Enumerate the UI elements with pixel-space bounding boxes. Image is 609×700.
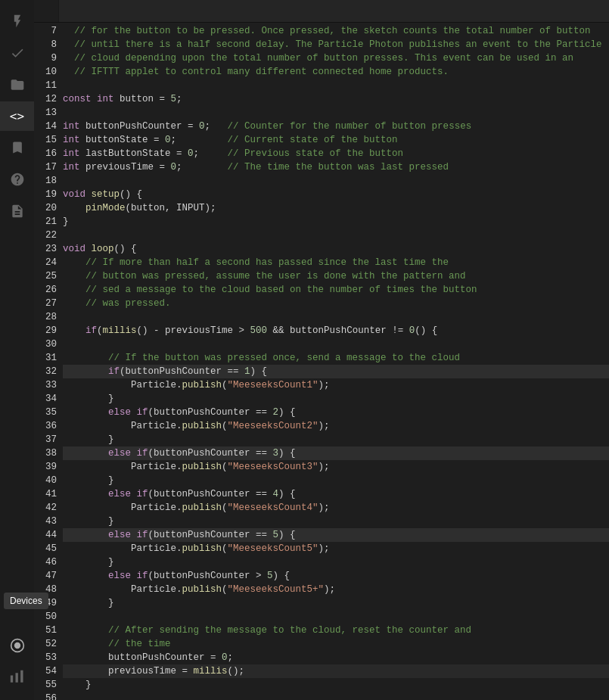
code-line[interactable]: else if(buttonPushCounter == 3) {	[63, 446, 609, 460]
tab-meeseeksbox[interactable]	[34, 0, 59, 22]
sidebar-item-help[interactable]	[0, 164, 34, 194]
bar-chart-icon	[10, 670, 25, 685]
code-line[interactable]: }	[63, 474, 609, 487]
code-line[interactable]: else if(buttonPushCounter == 4) {	[63, 487, 609, 501]
line-number: 50	[34, 610, 57, 624]
line-number: 10	[34, 65, 57, 79]
line-number: 28	[34, 310, 57, 324]
code-line[interactable]	[63, 338, 609, 351]
folder-icon	[10, 77, 25, 92]
main-editor: 7891011121314151617181920212223242526272…	[34, 23, 609, 700]
code-line[interactable]: void loop() {	[63, 242, 609, 256]
line-number: 37	[34, 433, 57, 446]
code-line[interactable]: Particle.publish("MeeseeksCount1");	[63, 378, 609, 392]
code-line[interactable]: Particle.publish("MeeseeksCount2");	[63, 419, 609, 433]
line-number: 24	[34, 256, 57, 269]
line-number: 46	[34, 555, 57, 569]
line-number: 41	[34, 487, 57, 501]
code-line[interactable]: }	[63, 215, 609, 229]
code-line[interactable]	[63, 229, 609, 242]
code-line[interactable]: int buttonState = 0; // Current state of…	[63, 133, 609, 147]
line-number: 47	[34, 569, 57, 583]
code-line[interactable]: int buttonPushCounter = 0; // Counter fo…	[63, 120, 609, 133]
code-line[interactable]: else if(buttonPushCounter > 5) {	[63, 569, 609, 583]
code-line[interactable]: // the time	[63, 637, 609, 651]
line-number: 35	[34, 406, 57, 419]
code-line[interactable]	[63, 174, 609, 188]
code-line[interactable]: // for the button to be pressed. Once pr…	[63, 24, 609, 38]
code-line[interactable]: }	[63, 596, 609, 610]
code-line[interactable]: buttonPushCounter = 0;	[63, 651, 609, 664]
file-icon	[10, 204, 25, 219]
code-line[interactable]: // If the button was pressed once, send …	[63, 351, 609, 365]
code-line[interactable]: }	[63, 433, 609, 446]
line-number: 53	[34, 651, 57, 664]
line-number: 19	[34, 188, 57, 201]
code-line[interactable]: // was pressed.	[63, 297, 609, 310]
code-editor[interactable]: 7891011121314151617181920212223242526272…	[34, 23, 609, 700]
code-line[interactable]: }	[63, 555, 609, 569]
sidebar-item-bookmark[interactable]	[0, 132, 34, 163]
sidebar-item-file2[interactable]	[0, 196, 34, 226]
code-line[interactable]: void setup() {	[63, 188, 609, 201]
line-number: 21	[34, 215, 57, 229]
code-line[interactable]: // After sending the message to the clou…	[63, 624, 609, 637]
sidebar-bottom: Devices	[0, 630, 34, 700]
code-line[interactable]: else if(buttonPushCounter == 5) {	[63, 528, 609, 542]
line-number: 43	[34, 515, 57, 528]
code-line[interactable]: }	[63, 515, 609, 528]
code-line[interactable]: if(millis() - previousTime > 500 && butt…	[63, 324, 609, 338]
sidebar-item-code[interactable]: <>	[0, 101, 34, 131]
code-line[interactable]: // button was pressed, assume the user i…	[63, 269, 609, 283]
sidebar-item-verify[interactable]	[0, 38, 34, 68]
line-number: 38	[34, 446, 57, 460]
code-line[interactable]: Particle.publish("MeeseeksCount5");	[63, 542, 609, 555]
help-icon	[10, 172, 25, 187]
code-line[interactable]	[63, 106, 609, 120]
code-line[interactable]	[63, 79, 609, 92]
code-line[interactable]: // cloud depending upon the total number…	[63, 51, 609, 65]
line-number: 7	[34, 24, 57, 38]
code-line[interactable]: if(buttonPushCounter == 1) {	[63, 365, 609, 378]
code-line[interactable]: // until there is a half second delay. T…	[63, 38, 609, 51]
code-line[interactable]: int lastButtonState = 0; // Previous sta…	[63, 147, 609, 160]
line-number: 30	[34, 338, 57, 351]
line-number: 15	[34, 133, 57, 147]
line-number: 34	[34, 392, 57, 406]
code-line[interactable]: Particle.publish("MeeseeksCount5+");	[63, 583, 609, 596]
code-content[interactable]: // for the button to be pressed. Once pr…	[63, 23, 609, 700]
line-number: 26	[34, 283, 57, 297]
code-line[interactable]: // IFTTT applet to control many differen…	[63, 65, 609, 79]
code-line[interactable]: // If more than half a second has passed…	[63, 256, 609, 269]
check-icon	[10, 45, 25, 61]
sidebar-item-flash[interactable]	[0, 6, 34, 36]
code-line[interactable]	[63, 310, 609, 324]
sidebar-item-analytics[interactable]	[0, 662, 34, 692]
code-line[interactable]: Particle.publish("MeeseeksCount3");	[63, 460, 609, 474]
bookmark-icon	[10, 140, 25, 155]
circle-icon	[10, 638, 25, 653]
line-number: 14	[34, 120, 57, 133]
line-number: 22	[34, 229, 57, 242]
code-line[interactable]	[63, 692, 609, 700]
code-line[interactable]: // sed a message to the cloud based on t…	[63, 283, 609, 297]
line-number: 9	[34, 51, 57, 65]
sidebar-item-devices[interactable]: Devices	[0, 630, 34, 661]
code-line[interactable]: Particle.publish("MeeseeksCount4");	[63, 501, 609, 515]
code-line[interactable]: previousTime = millis();	[63, 664, 609, 678]
code-line[interactable]: }	[63, 678, 609, 692]
flash-icon	[10, 14, 25, 29]
code-line[interactable]: }	[63, 392, 609, 406]
sidebar-item-files[interactable]	[0, 70, 34, 100]
code-line[interactable]	[63, 610, 609, 624]
line-number: 25	[34, 269, 57, 283]
devices-tooltip: Devices	[4, 593, 48, 609]
line-number: 17	[34, 160, 57, 174]
code-line[interactable]: pinMode(button, INPUT);	[63, 201, 609, 215]
code-line[interactable]: int previousTime = 0; // The time the bu…	[63, 160, 609, 174]
code-line[interactable]: else if(buttonPushCounter == 2) {	[63, 406, 609, 419]
line-number: 31	[34, 351, 57, 365]
line-number: 51	[34, 624, 57, 637]
line-number: 27	[34, 297, 57, 310]
code-line[interactable]: const int button = 5;	[63, 92, 609, 106]
